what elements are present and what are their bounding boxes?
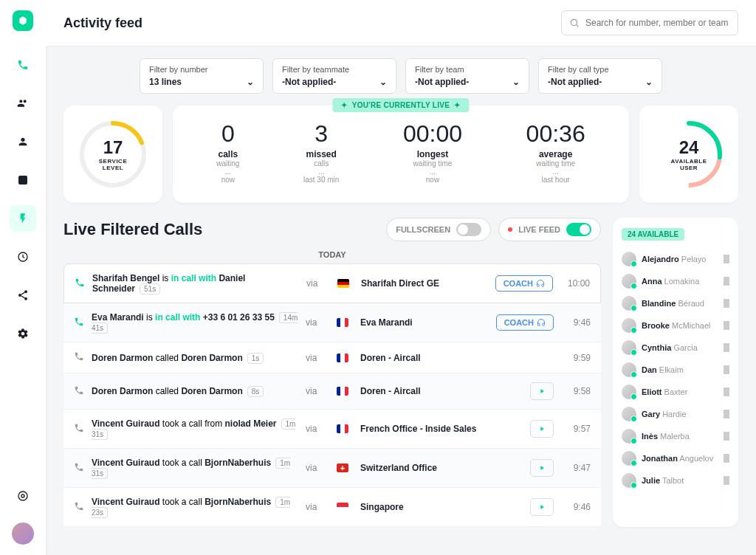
filter-dropdown[interactable]: Filter by teammate-Not applied-⌄ [272, 58, 396, 94]
call-row[interactable]: Sharifah Bengel is in call with Daniel S… [63, 263, 601, 303]
avatar [622, 274, 636, 289]
call-row[interactable]: Vincent Guiraud took a call BjornNaberhu… [63, 449, 601, 488]
phone-icon [74, 351, 84, 364]
filter-dropdown[interactable]: Filter by call type-Not applied-⌄ [538, 58, 662, 94]
available-user-row[interactable]: Inès Malerba [622, 425, 729, 447]
fullscreen-toggle[interactable]: FULLSCREEN [386, 218, 491, 241]
device-icon [724, 432, 729, 441]
available-user-row[interactable]: Blandine Béraud [622, 292, 729, 314]
calls-list: Sharifah Bengel is in call with Daniel S… [63, 263, 601, 527]
device-icon [724, 410, 729, 418]
calls-title: Live Filtered Calls [63, 220, 202, 239]
nav-phone-icon[interactable] [10, 52, 36, 78]
today-label: TODAY [63, 250, 601, 259]
metric: 0callswaiting...now [216, 120, 239, 184]
device-icon [724, 387, 729, 396]
nav-share-icon[interactable] [10, 282, 36, 308]
available-user-row[interactable]: Julie Talbot [622, 469, 729, 492]
available-user-row[interactable]: Brooke McMichael [622, 314, 729, 337]
search-icon [569, 18, 580, 28]
coach-button[interactable]: COACH [496, 314, 554, 331]
livefeed-toggle[interactable]: LIVE FEED [498, 218, 601, 241]
svg-point-2 [24, 290, 27, 293]
avatar [622, 296, 636, 311]
page-title: Activity feed [63, 15, 142, 31]
call-row[interactable]: Eva Marandi is in call with +33 6 01 26 … [63, 303, 601, 342]
chevron-down-icon: ⌄ [247, 77, 254, 87]
device-icon [724, 365, 729, 374]
nav-user-icon[interactable] [10, 128, 36, 155]
chevron-down-icon: ⌄ [512, 77, 520, 87]
filter-dropdown[interactable]: Filter by team-Not applied-⌄ [405, 58, 529, 94]
available-panel: 24 AVAILABLE Alejandro PelayoAnna Lomaki… [613, 218, 738, 527]
nav-help-icon[interactable] [10, 483, 36, 509]
user-avatar[interactable] [12, 523, 34, 545]
call-row[interactable]: Vincent Guiraud took a call BjornNaberhu… [63, 488, 601, 527]
flag-icon [337, 354, 348, 362]
phone-icon [74, 501, 84, 514]
call-row[interactable]: Vincent Guiraud took a call from niolad … [63, 410, 601, 449]
avatar [622, 252, 636, 266]
nav-team-icon[interactable] [10, 90, 36, 117]
chevron-down-icon: ⌄ [379, 77, 387, 87]
play-button[interactable] [530, 459, 554, 477]
device-icon [724, 277, 729, 286]
nav-settings-icon[interactable] [10, 320, 36, 347]
available-user-row[interactable]: Alejandro Pelayo [622, 248, 729, 270]
available-user-card: 24AVAILABLE USER [639, 106, 738, 203]
metric: 00:36averagewaiting time...last hour [526, 120, 585, 184]
device-icon [724, 476, 729, 485]
avatar [622, 451, 636, 466]
play-button[interactable] [530, 498, 554, 516]
svg-point-4 [24, 297, 27, 300]
phone-icon [74, 317, 84, 329]
device-icon [724, 454, 729, 463]
device-icon [724, 255, 729, 263]
nav-activity-icon[interactable] [10, 205, 36, 232]
available-user-row[interactable]: Anna Lomakina [622, 270, 729, 292]
header: Activity feed [46, 0, 756, 46]
flag-icon [337, 387, 348, 396]
play-button[interactable] [530, 382, 554, 400]
avatar [622, 362, 636, 377]
avatar [622, 385, 636, 399]
phone-icon [74, 385, 84, 398]
avatar [622, 429, 636, 444]
available-user-row[interactable]: Jonathan Anguelov [622, 447, 729, 469]
logo[interactable] [13, 10, 33, 31]
flag-icon [337, 463, 348, 472]
available-badge: 24 AVAILABLE [622, 228, 684, 241]
nav-history-icon[interactable] [10, 244, 36, 270]
metric: 00:00longestwaiting time...now [403, 120, 462, 184]
available-user-row[interactable]: Gary Hardie [622, 403, 729, 425]
metrics-card: ✦ YOU'RE CURRENTLY LIVE ✦ 0callswaiting.… [173, 106, 629, 203]
nav-stats-icon[interactable] [10, 167, 36, 193]
call-row[interactable]: Doren Darmon called Doren Darmon8s via D… [63, 373, 601, 410]
flag-icon [337, 424, 348, 433]
svg-point-7 [571, 19, 577, 25]
filters-row: Filter by number13 lines⌄Filter by teamm… [63, 58, 738, 94]
avatar [622, 318, 636, 333]
service-level-card: 17SERVICE LEVEL [63, 106, 162, 203]
device-icon [724, 321, 729, 330]
phone-icon [74, 423, 84, 435]
available-user-row[interactable]: Eliott Baxter [622, 381, 729, 403]
side-nav [0, 0, 46, 555]
flag-icon [337, 279, 349, 288]
chevron-down-icon: ⌄ [645, 77, 653, 87]
avatar [622, 473, 636, 488]
search-input[interactable] [561, 10, 738, 35]
available-user-row[interactable]: Cynthia Garcia [622, 337, 729, 359]
device-icon [724, 299, 729, 308]
available-user-row[interactable]: Dan Elkaim [622, 359, 729, 381]
live-badge: ✦ YOU'RE CURRENTLY LIVE ✦ [332, 98, 469, 112]
flag-icon [337, 503, 348, 511]
play-button[interactable] [530, 420, 554, 438]
phone-icon [74, 462, 84, 475]
filter-dropdown[interactable]: Filter by number13 lines⌄ [140, 58, 264, 94]
avatar [622, 340, 636, 355]
call-row[interactable]: Doren Darmon called Doren Darmon1s via D… [63, 342, 601, 373]
coach-button[interactable]: COACH [495, 275, 553, 292]
svg-point-5 [18, 492, 27, 500]
device-icon [724, 343, 729, 352]
